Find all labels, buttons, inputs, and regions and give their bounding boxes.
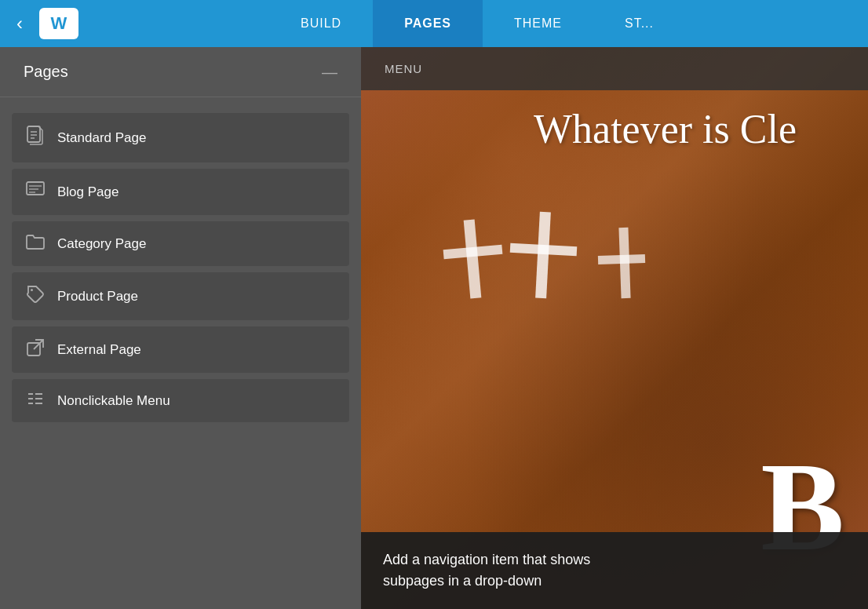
- blog-icon: [26, 181, 45, 202]
- tag-icon: [26, 285, 45, 308]
- tab-pages[interactable]: PAGES: [373, 0, 483, 47]
- canvas-hero-title: Whatever is Cle: [518, 90, 868, 168]
- category-page-label: Category Page: [57, 236, 146, 252]
- blog-page-item[interactable]: Blog Page: [12, 169, 349, 215]
- canvas-preview: MENU Whatever is Cle B: [361, 47, 868, 609]
- page-type-list: Standard Page Blog Page: [0, 97, 361, 438]
- logo-letter: W: [51, 13, 67, 34]
- external-page-label: External Page: [57, 342, 141, 358]
- canvas-background: MENU Whatever is Cle B: [361, 47, 868, 609]
- svg-rect-13: [510, 243, 578, 256]
- sidebar-header: Pages —: [0, 47, 361, 97]
- tooltip-line1: Add a navigation item that shows: [383, 549, 846, 571]
- menu-grid-icon: [26, 392, 45, 410]
- app-logo[interactable]: W: [39, 8, 78, 39]
- svg-point-2: [31, 289, 33, 291]
- document-icon: [26, 126, 45, 150]
- canvas-menu-bar: MENU: [361, 47, 868, 90]
- tab-store[interactable]: ST...: [593, 0, 685, 47]
- top-navigation: ‹ W BUILD PAGES THEME ST...: [0, 0, 868, 47]
- sidebar: Pages — Standard Page: [0, 47, 361, 609]
- category-page-item[interactable]: Category Page: [12, 221, 349, 266]
- svg-rect-0: [27, 126, 40, 142]
- tooltip-line2: subpages in a drop-down: [383, 571, 846, 592]
- external-link-icon: [26, 339, 45, 360]
- tab-theme[interactable]: THEME: [483, 0, 593, 47]
- folder-icon: [26, 234, 45, 253]
- nonclickable-menu-item[interactable]: Nonclickable Menu: [12, 379, 349, 422]
- graffiti-art: [424, 204, 565, 377]
- canvas-menu-label: MENU: [385, 62, 422, 75]
- product-page-item[interactable]: Product Page: [12, 272, 349, 320]
- standard-page-item[interactable]: Standard Page: [12, 113, 349, 162]
- tab-build[interactable]: BUILD: [269, 0, 373, 47]
- tooltip-overlay: Add a navigation item that shows subpage…: [361, 532, 868, 609]
- blog-page-label: Blog Page: [57, 184, 119, 200]
- sidebar-collapse-button[interactable]: —: [322, 64, 337, 80]
- main-layout: Pages — Standard Page: [0, 47, 868, 609]
- sidebar-title: Pages: [24, 63, 68, 81]
- svg-rect-10: [464, 220, 482, 299]
- product-page-label: Product Page: [57, 289, 138, 304]
- standard-page-label: Standard Page: [57, 130, 146, 146]
- back-arrow-icon: ‹: [16, 13, 23, 35]
- svg-rect-12: [535, 212, 551, 299]
- external-page-item[interactable]: External Page: [12, 326, 349, 373]
- back-button[interactable]: ‹: [0, 13, 39, 35]
- nav-tabs-container: BUILD PAGES THEME ST...: [86, 0, 868, 47]
- svg-rect-15: [598, 254, 645, 264]
- nonclickable-menu-label: Nonclickable Menu: [57, 393, 170, 409]
